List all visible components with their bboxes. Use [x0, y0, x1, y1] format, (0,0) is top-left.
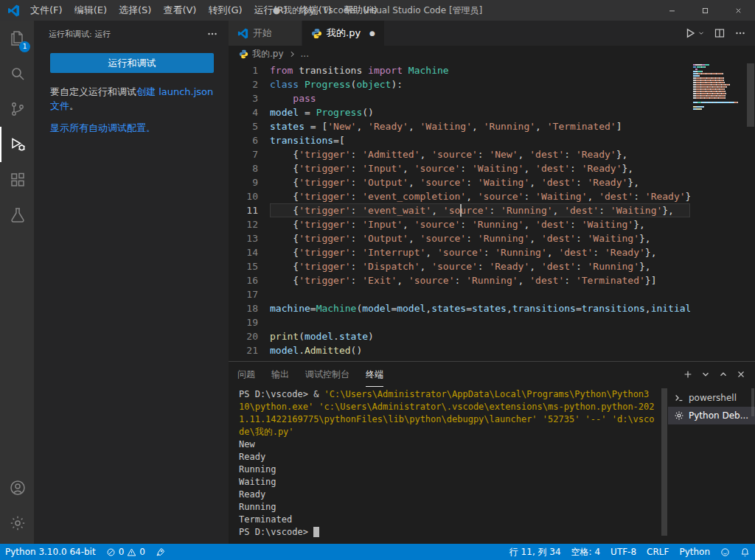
gear-icon	[674, 410, 684, 421]
menu-item[interactable]: 查看(V)	[157, 0, 202, 21]
panel-tab-终端[interactable]: 终端	[366, 362, 383, 387]
panel-tab-问题[interactable]: 问题	[237, 362, 255, 387]
terminal-line: 10\python.exe' 'c:\Users\Administrator\.…	[239, 401, 661, 413]
code-line-14[interactable]: {'trigger': 'Interrupt', 'source': 'Runn…	[270, 245, 690, 259]
code-line-4[interactable]: model = Progress()	[270, 105, 690, 119]
editor-tab[interactable]: 开始	[229, 21, 302, 46]
statusbar-indentation[interactable]: 空格: 4	[566, 544, 606, 560]
statusbar-cursor-position[interactable]: 行 11, 列 34	[504, 544, 566, 560]
menu-item[interactable]: 选择(S)	[113, 0, 157, 21]
code-line-3[interactable]: pass	[270, 91, 690, 105]
code-line-11[interactable]: {'trigger': 'event_wait', 'source': 'Run…	[270, 203, 690, 217]
source-control-icon	[9, 100, 27, 118]
menu-item[interactable]: 文件(F)	[24, 0, 69, 21]
code-line-21[interactable]: model.Admitted()	[270, 343, 690, 357]
code-line-6[interactable]: transitions=[	[270, 133, 690, 147]
code-token: 'Running'	[466, 275, 518, 286]
code-token: },	[616, 149, 628, 160]
line-number: 14	[229, 245, 258, 259]
code-token: 'dest'	[564, 205, 599, 216]
code-line-8[interactable]: {'trigger': 'Input', 'source': 'Waiting'…	[270, 161, 690, 175]
statusbar-encoding[interactable]: UTF-8	[605, 544, 641, 560]
minimap[interactable]	[690, 62, 746, 361]
activitybar-item-explorer[interactable]: 1	[0, 21, 34, 56]
tab-label: 我的.py	[327, 27, 361, 40]
statusbar-notifications[interactable]	[735, 544, 755, 560]
code-line-7[interactable]: {'trigger': 'Admitted', 'source': 'New',…	[270, 147, 690, 161]
more-actions-icon[interactable]	[206, 28, 218, 40]
terminal-scrollbar[interactable]	[661, 387, 668, 544]
editor-tab[interactable]: 我的.py●	[302, 21, 385, 46]
activitybar-item-testing[interactable]	[0, 197, 34, 233]
statusbar-python-interpreter[interactable]: Python 3.10.0 64-bit	[0, 544, 101, 560]
code-token: 'dest'	[558, 247, 593, 258]
code-line-2[interactable]: class Progress(object):	[270, 77, 690, 91]
activitybar-item-source-control[interactable]	[0, 91, 34, 127]
terminal-output[interactable]: PS D:\vscode> & 'C:\Users\Administrator\…	[229, 387, 661, 544]
code-line-17[interactable]	[270, 287, 690, 301]
statusbar-language-mode[interactable]: Python	[674, 544, 715, 560]
code-line-16[interactable]: {'trigger': 'Exit', 'source': 'Running',…	[270, 273, 690, 287]
code-token: model	[362, 303, 391, 314]
more-actions-icon[interactable]	[734, 27, 746, 39]
code-editor[interactable]: 123456789101112131415161718192021 from t…	[229, 62, 755, 361]
statusbar-eol[interactable]: CRLF	[641, 544, 674, 560]
activitybar-item-settings[interactable]	[0, 505, 34, 541]
code-content[interactable]: from transitions import Machineclass Pro…	[270, 62, 690, 361]
menu-item[interactable]: 编辑(E)	[69, 0, 113, 21]
editor-scrollbar[interactable]	[746, 62, 755, 361]
editor-tabs: 开始我的.py●	[229, 21, 385, 46]
code-token: 'Output'	[362, 177, 408, 188]
scrollbar-thumb[interactable]	[747, 63, 754, 127]
menu-item[interactable]: 转到(G)	[202, 0, 248, 21]
code-token: 'source'	[431, 149, 478, 160]
minimize-button[interactable]	[655, 0, 689, 21]
activitybar-item-account[interactable]	[0, 470, 34, 505]
run-python-file-button[interactable]	[684, 27, 705, 39]
run-and-debug-button[interactable]: 运行和调试	[50, 53, 214, 73]
statusbar-problems[interactable]: 00	[101, 544, 150, 560]
close-button[interactable]	[722, 0, 755, 21]
breadcrumb-file[interactable]: 我的.py	[252, 48, 284, 60]
maximize-panel-icon[interactable]	[718, 369, 728, 379]
code-line-15[interactable]: {'trigger': 'Dispatch', 'source': 'Ready…	[270, 259, 690, 273]
new-terminal-icon[interactable]	[683, 369, 693, 379]
scrollbar-thumb[interactable]	[661, 388, 667, 536]
terminal-session-powershell[interactable]: powershell	[668, 389, 755, 407]
breadcrumb-symbol[interactable]: ...	[301, 49, 309, 59]
code-line-10[interactable]: {'trigger': 'event_completion', 'source'…	[270, 189, 690, 203]
editor-cursor	[460, 204, 462, 217]
code-line-5[interactable]: states = ['New', 'Ready', 'Waiting', 'Ru…	[270, 119, 690, 133]
code-line-19[interactable]	[270, 315, 690, 329]
scrollbar-thumb[interactable]	[751, 388, 754, 416]
show-auto-debug-configs-link[interactable]: 显示所有自动调试配置。	[50, 122, 214, 135]
code-line-1[interactable]: from transitions import Machine	[270, 63, 690, 77]
tab-label: 开始	[253, 27, 272, 40]
panel-tab-调试控制台[interactable]: 调试控制台	[305, 362, 349, 387]
chevron-down-icon[interactable]	[700, 369, 711, 379]
statusbar-feedback[interactable]	[715, 544, 735, 560]
code-token: {	[270, 219, 299, 230]
panel-tab-输出[interactable]: 输出	[271, 362, 289, 387]
activitybar-item-extensions[interactable]	[0, 162, 34, 197]
statusbar-label: Python	[679, 547, 710, 557]
maximize-button[interactable]	[689, 0, 722, 21]
code-token: 'trigger'	[299, 275, 350, 286]
code-line-18[interactable]: machine=Machine(model=model,states=state…	[270, 301, 690, 315]
code-line-9[interactable]: {'trigger': 'Output', 'source': 'Waiting…	[270, 175, 690, 189]
activitybar-item-run-and-debug[interactable]	[0, 127, 34, 162]
statusbar-run-task[interactable]	[150, 544, 170, 560]
terminal-line: Running	[239, 501, 661, 514]
code-line-12[interactable]: {'trigger': 'Input', 'source': 'Running'…	[270, 217, 690, 231]
code-token: model	[270, 107, 299, 118]
search-icon	[9, 65, 27, 83]
close-panel-icon[interactable]	[736, 369, 746, 379]
split-editor-icon[interactable]	[714, 27, 726, 39]
terminal-session-Python Deb...[interactable]: Python Deb...	[668, 407, 755, 424]
activitybar-item-search[interactable]	[0, 56, 34, 91]
code-token: ,	[408, 177, 420, 188]
code-line-20[interactable]: print(model.state)	[270, 329, 690, 343]
code-line-13[interactable]: {'trigger': 'Output', 'source': 'Running…	[270, 231, 690, 245]
code-token: :	[351, 205, 363, 216]
code-token: 'event_wait'	[362, 205, 431, 216]
